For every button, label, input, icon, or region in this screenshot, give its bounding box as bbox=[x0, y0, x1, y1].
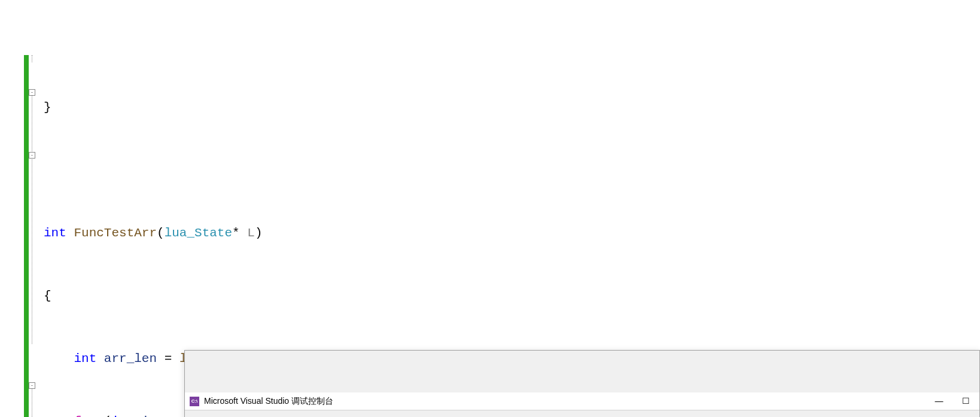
code-line-blank bbox=[41, 160, 980, 181]
console-window[interactable]: C:\ Microsoft Visual Studio 调试控制台 — ☐ 元素… bbox=[184, 350, 980, 417]
gutter bbox=[0, 55, 24, 417]
fold-icon[interactable]: - bbox=[29, 152, 35, 159]
maximize-button[interactable]: ☐ bbox=[952, 392, 979, 410]
code-area[interactable]: } int FuncTestArr(lua_State* L) { int ar… bbox=[41, 55, 980, 417]
code-line-func-decl: int FuncTestArr(lua_State* L) bbox=[41, 223, 980, 243]
change-marker-bar bbox=[24, 55, 29, 417]
fold-column: - - - bbox=[29, 55, 41, 417]
fold-icon[interactable]: - bbox=[29, 382, 35, 389]
window-controls: — ☐ bbox=[926, 392, 979, 410]
console-titlebar[interactable]: C:\ Microsoft Visual Studio 调试控制台 — ☐ bbox=[185, 392, 979, 410]
code-line: } bbox=[41, 97, 980, 118]
console-title: Microsoft Visual Studio 调试控制台 bbox=[204, 391, 333, 412]
code-editor[interactable]: - - - } int FuncTestArr(lua_State* L) { … bbox=[0, 55, 980, 417]
console-icon: C:\ bbox=[190, 397, 199, 406]
code-line: { bbox=[41, 285, 980, 306]
fold-icon[interactable]: - bbox=[29, 89, 35, 96]
minimize-button[interactable]: — bbox=[926, 392, 952, 410]
